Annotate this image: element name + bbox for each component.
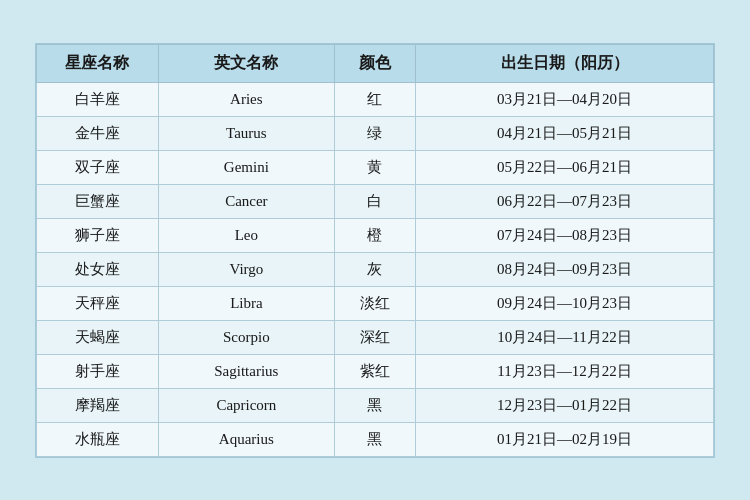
cell-date: 12月23日—01月22日 (416, 388, 714, 422)
cell-date: 07月24日—08月23日 (416, 218, 714, 252)
cell-color: 灰 (334, 252, 415, 286)
cell-chinese: 水瓶座 (37, 422, 159, 456)
table-header-row: 星座名称 英文名称 颜色 出生日期（阳历） (37, 44, 714, 82)
cell-chinese: 天蝎座 (37, 320, 159, 354)
cell-english: Aries (158, 82, 334, 116)
cell-chinese: 巨蟹座 (37, 184, 159, 218)
cell-color: 紫红 (334, 354, 415, 388)
cell-chinese: 摩羯座 (37, 388, 159, 422)
cell-chinese: 双子座 (37, 150, 159, 184)
cell-english: Aquarius (158, 422, 334, 456)
cell-color: 黄 (334, 150, 415, 184)
cell-color: 黑 (334, 388, 415, 422)
cell-chinese: 金牛座 (37, 116, 159, 150)
cell-chinese: 处女座 (37, 252, 159, 286)
cell-date: 05月22日—06月21日 (416, 150, 714, 184)
table-row: 处女座Virgo灰08月24日—09月23日 (37, 252, 714, 286)
cell-date: 06月22日—07月23日 (416, 184, 714, 218)
table-row: 巨蟹座Cancer白06月22日—07月23日 (37, 184, 714, 218)
cell-date: 08月24日—09月23日 (416, 252, 714, 286)
cell-color: 橙 (334, 218, 415, 252)
table-row: 摩羯座Capricorn黑12月23日—01月22日 (37, 388, 714, 422)
header-date: 出生日期（阳历） (416, 44, 714, 82)
cell-color: 黑 (334, 422, 415, 456)
cell-color: 白 (334, 184, 415, 218)
cell-chinese: 狮子座 (37, 218, 159, 252)
cell-english: Capricorn (158, 388, 334, 422)
header-color: 颜色 (334, 44, 415, 82)
table-row: 天蝎座Scorpio深红10月24日—11月22日 (37, 320, 714, 354)
header-english: 英文名称 (158, 44, 334, 82)
table-row: 狮子座Leo橙07月24日—08月23日 (37, 218, 714, 252)
cell-english: Virgo (158, 252, 334, 286)
cell-english: Leo (158, 218, 334, 252)
zodiac-table: 星座名称 英文名称 颜色 出生日期（阳历） 白羊座Aries红03月21日—04… (36, 44, 714, 457)
cell-english: Taurus (158, 116, 334, 150)
cell-color: 深红 (334, 320, 415, 354)
cell-date: 11月23日—12月22日 (416, 354, 714, 388)
table-row: 双子座Gemini黄05月22日—06月21日 (37, 150, 714, 184)
cell-chinese: 白羊座 (37, 82, 159, 116)
header-chinese: 星座名称 (37, 44, 159, 82)
cell-color: 淡红 (334, 286, 415, 320)
cell-english: Cancer (158, 184, 334, 218)
table-row: 金牛座Taurus绿04月21日—05月21日 (37, 116, 714, 150)
cell-date: 09月24日—10月23日 (416, 286, 714, 320)
cell-date: 01月21日—02月19日 (416, 422, 714, 456)
cell-date: 03月21日—04月20日 (416, 82, 714, 116)
cell-english: Libra (158, 286, 334, 320)
table-row: 射手座Sagittarius紫红11月23日—12月22日 (37, 354, 714, 388)
cell-english: Sagittarius (158, 354, 334, 388)
cell-color: 绿 (334, 116, 415, 150)
table-row: 白羊座Aries红03月21日—04月20日 (37, 82, 714, 116)
cell-chinese: 射手座 (37, 354, 159, 388)
cell-english: Gemini (158, 150, 334, 184)
cell-color: 红 (334, 82, 415, 116)
table-row: 天秤座Libra淡红09月24日—10月23日 (37, 286, 714, 320)
cell-date: 10月24日—11月22日 (416, 320, 714, 354)
cell-date: 04月21日—05月21日 (416, 116, 714, 150)
zodiac-table-container: 星座名称 英文名称 颜色 出生日期（阳历） 白羊座Aries红03月21日—04… (35, 43, 715, 458)
cell-english: Scorpio (158, 320, 334, 354)
cell-chinese: 天秤座 (37, 286, 159, 320)
table-row: 水瓶座Aquarius黑01月21日—02月19日 (37, 422, 714, 456)
